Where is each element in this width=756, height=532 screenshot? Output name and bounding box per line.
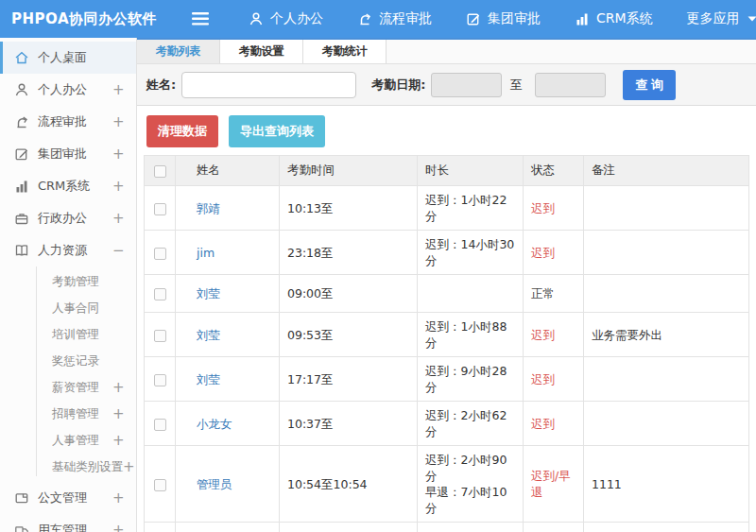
table-row: 刘莹 17:17至 迟到：9小时28分 迟到 — [145, 357, 749, 402]
row-checkbox[interactable] — [154, 288, 166, 300]
workflow-icon — [357, 11, 372, 26]
briefcase-icon — [14, 211, 29, 226]
status-cell: 迟到 — [524, 357, 584, 402]
caret-down-icon — [747, 14, 756, 24]
person-icon — [14, 82, 29, 97]
sidebar-item-vehicle-management[interactable]: 用车管理 + — [0, 514, 136, 532]
nav-more-apps[interactable]: 更多应用 — [687, 10, 756, 27]
header-name: 姓名 — [176, 156, 280, 186]
note-cell — [584, 275, 749, 313]
sidebar-item-label: 用车管理 — [38, 522, 112, 532]
expand-plus[interactable]: + — [123, 458, 134, 475]
note-cell: 业务需要外出 — [584, 313, 749, 357]
sidebar-subitem-recruitment-management[interactable]: 招聘管理 + — [0, 401, 136, 427]
employee-name-link[interactable]: jim — [197, 246, 215, 260]
row-checkbox[interactable] — [154, 203, 166, 215]
date-to-separator: 至 — [509, 77, 522, 94]
sidebar-item-label: 集团审批 — [38, 146, 112, 163]
expand-plus[interactable]: + — [112, 379, 124, 396]
sidebar-item-document-management[interactable]: 公文管理 + — [0, 482, 136, 514]
status-cell: 迟到 — [524, 186, 584, 231]
header-note: 备注 — [584, 156, 749, 186]
expand-plus[interactable]: + — [112, 81, 124, 98]
clean-data-button[interactable]: 清理数据 — [146, 115, 218, 147]
sidebar-subitem-personnel-contract[interactable]: 人事合同 — [0, 295, 136, 321]
sidebar-item-personal-desktop[interactable]: 个人桌面 — [0, 42, 136, 74]
attendance-time-cell: 09:53至 — [280, 313, 418, 357]
sidebar-subitem-training-management[interactable]: 培训管理 — [0, 321, 136, 348]
expand-plus[interactable]: + — [112, 522, 124, 532]
sidebar-subitem-attendance-management[interactable]: 考勤管理 — [0, 268, 136, 295]
employee-name-link[interactable]: 管理员 — [197, 477, 232, 491]
row-checkbox[interactable] — [154, 374, 166, 386]
sidebar-subitem-base-category-settings[interactable]: 基础类别设置 + — [0, 454, 136, 480]
expand-plus[interactable]: + — [112, 146, 124, 163]
employee-name-link[interactable]: 刘莹 — [197, 328, 220, 342]
expand-minus[interactable]: − — [112, 242, 124, 259]
duration-cell: 迟到：9小时28分 — [418, 357, 524, 402]
status-cell: 迟到 — [524, 523, 584, 532]
expand-plus[interactable]: + — [112, 178, 124, 195]
duration-cell: 迟到：56分 — [418, 523, 524, 532]
table-row: 王壹辉 08:56至 迟到：56分 迟到 — [145, 523, 749, 532]
attendance-time-cell: 10:54至10:54 — [280, 446, 418, 523]
hamburger-menu-icon[interactable] — [192, 12, 209, 26]
expand-plus[interactable]: + — [112, 113, 124, 130]
status-badge: 迟到 — [531, 246, 555, 260]
sidebar-subitem-reward-punishment[interactable]: 奖惩记录 — [0, 348, 136, 374]
status-badge: 迟到 — [531, 201, 555, 215]
sidebar-item-administrative-office[interactable]: 行政办公 + — [0, 202, 136, 234]
row-checkbox[interactable] — [154, 248, 166, 260]
sidebar-item-group-approval[interactable]: 集团审批 + — [0, 138, 136, 170]
tab-attendance-statistics[interactable]: 考勤统计 — [303, 40, 387, 63]
nav-group-approval[interactable]: 集团审批 — [466, 10, 541, 27]
sidebar-item-label: 行政办公 — [38, 210, 112, 227]
row-checkbox[interactable] — [154, 479, 166, 491]
sidebar-subitem-salary-management[interactable]: 薪资管理 + — [0, 374, 136, 401]
tab-attendance-settings[interactable]: 考勤设置 — [220, 40, 303, 63]
nav-label: 更多应用 — [687, 10, 740, 27]
note-cell: 1111 — [584, 446, 749, 523]
date-from-input[interactable] — [431, 73, 502, 97]
filter-bar: 姓名: 考勤日期: 至 查 询 — [137, 64, 756, 106]
sidebar-subitem-personnel-management[interactable]: 人事管理 + — [0, 427, 136, 454]
employee-name-link[interactable]: 刘莹 — [197, 286, 220, 300]
expand-plus[interactable]: + — [112, 210, 124, 227]
sidebar-item-crm-system[interactable]: CRM系统 + — [0, 170, 136, 202]
table-header-row: 姓名 考勤时间 时长 状态 备注 — [145, 156, 749, 186]
header-status: 状态 — [524, 156, 584, 186]
expand-plus[interactable]: + — [112, 405, 124, 422]
expand-plus[interactable]: + — [112, 432, 124, 449]
employee-name-link[interactable]: 小龙女 — [197, 417, 232, 431]
name-input[interactable] — [181, 72, 356, 98]
employee-name-link[interactable]: 郭靖 — [197, 201, 220, 215]
nav-personal-office[interactable]: 个人办公 — [249, 10, 323, 27]
date-to-input[interactable] — [535, 73, 606, 97]
row-checkbox[interactable] — [154, 330, 166, 342]
table-row: 管理员 10:54至10:54 迟到：2小时90分早退：7小时10分 迟到/早退… — [145, 446, 749, 523]
expand-plus[interactable]: + — [112, 489, 124, 506]
query-button[interactable]: 查 询 — [623, 70, 676, 100]
status-cell: 迟到 — [524, 231, 584, 275]
sidebar-item-workflow-approval[interactable]: 流程审批 + — [0, 106, 136, 138]
person-icon — [249, 11, 264, 26]
hr-submenu: 考勤管理 人事合同 培训管理 奖惩记录 薪资管理 + 招聘管理 + — [0, 266, 136, 482]
attendance-table: 姓名 考勤时间 时长 状态 备注 郭靖 10:13至 迟到：1小时22分 迟到 — [144, 155, 749, 532]
book-icon — [14, 243, 29, 258]
export-list-button[interactable]: 导出查询列表 — [229, 115, 325, 147]
name-label: 姓名: — [146, 77, 176, 94]
status-badge: 迟到 — [531, 372, 555, 386]
sidebar-item-human-resources[interactable]: 人力资源 − — [0, 234, 136, 266]
row-checkbox[interactable] — [154, 419, 166, 431]
sidebar-item-personal-office[interactable]: 个人办公 + — [0, 74, 136, 106]
select-all-checkbox[interactable] — [154, 165, 166, 178]
duration-cell — [418, 275, 524, 313]
document-icon — [14, 490, 29, 506]
sidebar-item-label: 人力资源 — [38, 242, 112, 259]
attendance-time-cell: 10:37至 — [280, 402, 418, 446]
table-row: 郭靖 10:13至 迟到：1小时22分 迟到 — [145, 186, 749, 231]
employee-name-link[interactable]: 刘莹 — [197, 372, 220, 386]
tab-attendance-list[interactable]: 考勤列表 — [137, 40, 220, 63]
nav-crm-system[interactable]: CRM系统 — [575, 10, 653, 27]
nav-workflow-approval[interactable]: 流程审批 — [357, 10, 432, 27]
